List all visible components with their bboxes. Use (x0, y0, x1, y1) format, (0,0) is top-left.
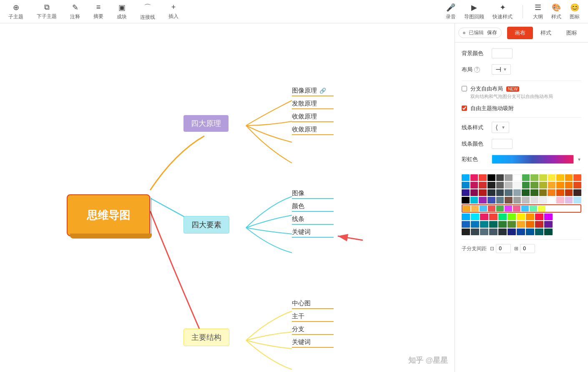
rainbow-strip[interactable] (492, 155, 574, 164)
palette-cell[interactable] (522, 174, 530, 181)
palette-cell[interactable] (544, 214, 553, 220)
palette-cell[interactable] (470, 174, 478, 181)
spacing-input-2[interactable] (520, 244, 535, 253)
toolbar-outline[interactable]: ☰ 大纲 (533, 3, 543, 20)
palette-cell[interactable] (496, 189, 504, 196)
palette-cell[interactable] (573, 189, 581, 196)
branch-free-checkbox[interactable] (462, 86, 467, 91)
palette-cell-selected[interactable] (538, 206, 545, 211)
leaf-item[interactable]: 颜色 (292, 201, 334, 212)
toolbar-quick-style[interactable]: ✦ 快速样式 (493, 3, 513, 20)
palette-cell[interactable] (480, 229, 488, 235)
palette-cell-selected[interactable] (530, 206, 537, 211)
palette-cell[interactable] (479, 182, 487, 189)
palette-cell[interactable] (498, 214, 507, 220)
canvas-area[interactable]: 思维导图 四大原理 图像原理 🔗 发散原理 收敛原理 收敛原理 四大要素 图像 … (0, 23, 455, 372)
leaf-item[interactable]: 关键词 (292, 337, 334, 348)
palette-cell-selected[interactable] (488, 206, 495, 211)
palette-cell-selected[interactable] (471, 206, 479, 211)
palette-cell[interactable] (539, 174, 547, 181)
leaf-item[interactable]: 图像 (292, 189, 334, 199)
palette-cell[interactable] (539, 182, 547, 189)
palette-cell[interactable] (508, 229, 516, 235)
leaf-item[interactable]: 主干 (292, 312, 334, 322)
palette-cell[interactable] (496, 174, 504, 181)
palette-cell[interactable] (548, 197, 555, 204)
palette-cell[interactable] (556, 189, 564, 196)
line-color-box[interactable] (492, 139, 513, 149)
palette-cell[interactable] (479, 189, 487, 196)
palette-cell[interactable] (535, 229, 543, 235)
palette-cell[interactable] (470, 189, 478, 196)
palette-cell[interactable] (489, 221, 498, 228)
palette-cell[interactable] (513, 182, 521, 189)
branch-node-principles[interactable]: 四大原理 (183, 115, 229, 132)
palette-cell[interactable] (517, 229, 525, 235)
leaf-item[interactable]: 发散原理 (292, 99, 334, 109)
palette-cell[interactable] (462, 221, 470, 228)
leaf-item[interactable]: 收敛原理 (292, 125, 334, 135)
palette-cell[interactable] (535, 214, 543, 220)
palette-cell[interactable] (556, 174, 564, 181)
palette-cell[interactable] (479, 197, 487, 204)
palette-cell[interactable] (556, 197, 564, 204)
palette-cell-selected[interactable] (463, 206, 470, 211)
palette-cell[interactable] (498, 229, 507, 235)
palette-cell[interactable] (565, 174, 573, 181)
branch-free-label[interactable]: 分支自由布局 (470, 85, 503, 93)
palette-cell[interactable] (496, 182, 504, 189)
palette-cell[interactable] (487, 182, 495, 189)
palette-cell-selected[interactable] (521, 206, 529, 211)
palette-cell[interactable] (539, 197, 547, 204)
leaf-item[interactable]: 收敛原理 (292, 112, 334, 122)
toolbar-annotation[interactable]: ✎ 注释 (70, 3, 80, 20)
palette-cell[interactable] (513, 197, 521, 204)
palette-cell[interactable] (565, 182, 573, 189)
spacing-input-1[interactable] (496, 244, 511, 253)
palette-cell[interactable] (513, 174, 521, 181)
palette-cell[interactable] (508, 214, 516, 220)
palette-cell-selected[interactable] (496, 206, 504, 211)
palette-cell[interactable] (565, 197, 573, 204)
palette-cell[interactable] (489, 229, 498, 235)
palette-cell[interactable] (471, 229, 479, 235)
palette-cell[interactable] (539, 189, 547, 196)
palette-cell[interactable] (573, 182, 581, 189)
palette-cell[interactable] (470, 182, 478, 189)
palette-cell[interactable] (462, 197, 470, 204)
palette-cell[interactable] (480, 221, 488, 228)
background-color-box[interactable] (492, 48, 513, 58)
palette-cell[interactable] (471, 214, 479, 220)
toolbar-sub-topic[interactable]: ⧉ 下子主题 (37, 3, 57, 20)
layout-help-icon[interactable]: ? (474, 67, 480, 73)
palette-cell[interactable] (489, 214, 498, 220)
palette-cell[interactable] (517, 221, 525, 228)
palette-cell-selected[interactable] (505, 206, 512, 211)
palette-cell[interactable] (548, 189, 555, 196)
palette-cell[interactable] (556, 182, 564, 189)
toolbar-guide-review[interactable]: ▶ 导图回顾 (464, 3, 484, 20)
toolbar-style[interactable]: 🎨 样式 (551, 3, 561, 20)
toolbar-summary[interactable]: ≡ 摘要 (93, 3, 103, 20)
leaf-item[interactable]: 图像原理 🔗 (292, 86, 334, 96)
palette-cell[interactable] (496, 197, 504, 204)
line-style-selector[interactable]: ⟨ ▼ (492, 122, 509, 133)
palette-cell[interactable] (505, 174, 513, 181)
palette-cell[interactable] (487, 197, 495, 204)
palette-cell[interactable] (573, 174, 581, 181)
leaf-item[interactable]: 线条 (292, 214, 334, 225)
palette-cell[interactable] (479, 174, 487, 181)
palette-cell[interactable] (487, 189, 495, 196)
palette-cell[interactable] (462, 214, 470, 220)
palette-cell[interactable] (470, 197, 478, 204)
palette-cell[interactable] (573, 197, 581, 204)
leaf-item[interactable]: 关键词 (292, 227, 334, 238)
palette-cell[interactable] (498, 221, 507, 228)
free-topic-drag-checkbox[interactable] (462, 106, 467, 111)
layout-selector[interactable]: ⊣ ▼ (492, 64, 511, 75)
palette-cell[interactable] (462, 229, 470, 235)
palette-cell[interactable] (513, 189, 521, 196)
tab-style[interactable]: 样式 (533, 27, 559, 39)
palette-cell[interactable] (462, 182, 470, 189)
palette-cell[interactable] (505, 182, 513, 189)
